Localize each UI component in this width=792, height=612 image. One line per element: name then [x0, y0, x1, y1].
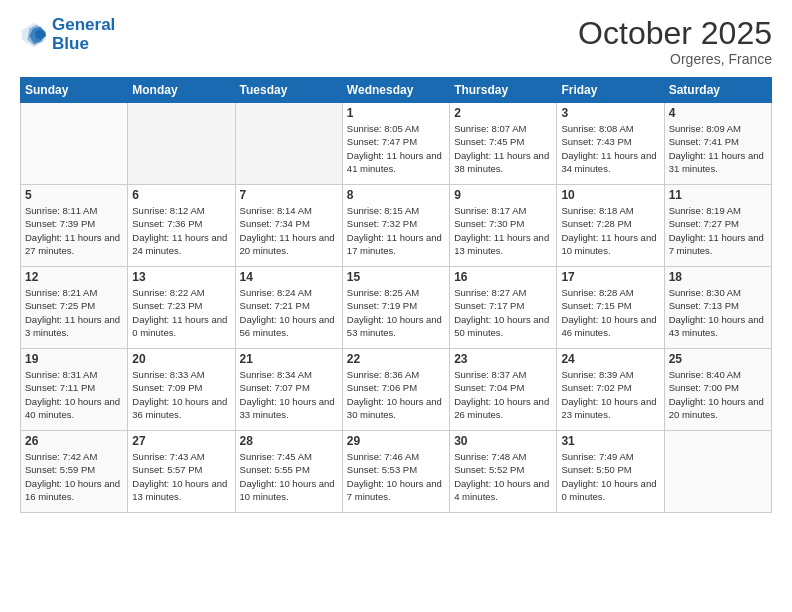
month-title: October 2025	[578, 16, 772, 51]
header: General Blue October 2025 Orgeres, Franc…	[20, 16, 772, 67]
day-number: 9	[454, 188, 552, 202]
day-number: 19	[25, 352, 123, 366]
day-info: Sunrise: 8:07 AM Sunset: 7:45 PM Dayligh…	[454, 122, 552, 175]
title-block: October 2025 Orgeres, France	[578, 16, 772, 67]
day-number: 8	[347, 188, 445, 202]
calendar-cell: 2Sunrise: 8:07 AM Sunset: 7:45 PM Daylig…	[450, 103, 557, 185]
day-number: 12	[25, 270, 123, 284]
day-info: Sunrise: 8:18 AM Sunset: 7:28 PM Dayligh…	[561, 204, 659, 257]
weekday-header-thursday: Thursday	[450, 78, 557, 103]
day-number: 29	[347, 434, 445, 448]
week-row-2: 5Sunrise: 8:11 AM Sunset: 7:39 PM Daylig…	[21, 185, 772, 267]
calendar-cell: 13Sunrise: 8:22 AM Sunset: 7:23 PM Dayli…	[128, 267, 235, 349]
day-number: 5	[25, 188, 123, 202]
day-info: Sunrise: 8:30 AM Sunset: 7:13 PM Dayligh…	[669, 286, 767, 339]
day-info: Sunrise: 8:39 AM Sunset: 7:02 PM Dayligh…	[561, 368, 659, 421]
day-number: 1	[347, 106, 445, 120]
day-info: Sunrise: 8:11 AM Sunset: 7:39 PM Dayligh…	[25, 204, 123, 257]
logo-text: General Blue	[52, 16, 115, 53]
week-row-4: 19Sunrise: 8:31 AM Sunset: 7:11 PM Dayli…	[21, 349, 772, 431]
logo-icon	[20, 21, 48, 49]
day-info: Sunrise: 8:25 AM Sunset: 7:19 PM Dayligh…	[347, 286, 445, 339]
calendar-cell: 21Sunrise: 8:34 AM Sunset: 7:07 PM Dayli…	[235, 349, 342, 431]
day-info: Sunrise: 8:34 AM Sunset: 7:07 PM Dayligh…	[240, 368, 338, 421]
day-number: 4	[669, 106, 767, 120]
day-number: 24	[561, 352, 659, 366]
calendar-cell: 25Sunrise: 8:40 AM Sunset: 7:00 PM Dayli…	[664, 349, 771, 431]
calendar-cell: 30Sunrise: 7:48 AM Sunset: 5:52 PM Dayli…	[450, 431, 557, 513]
day-number: 2	[454, 106, 552, 120]
day-info: Sunrise: 8:19 AM Sunset: 7:27 PM Dayligh…	[669, 204, 767, 257]
calendar-cell: 24Sunrise: 8:39 AM Sunset: 7:02 PM Dayli…	[557, 349, 664, 431]
calendar-cell	[128, 103, 235, 185]
weekday-header-saturday: Saturday	[664, 78, 771, 103]
day-info: Sunrise: 7:42 AM Sunset: 5:59 PM Dayligh…	[25, 450, 123, 503]
day-number: 7	[240, 188, 338, 202]
day-number: 10	[561, 188, 659, 202]
day-number: 25	[669, 352, 767, 366]
calendar-cell: 8Sunrise: 8:15 AM Sunset: 7:32 PM Daylig…	[342, 185, 449, 267]
day-number: 16	[454, 270, 552, 284]
calendar-cell: 12Sunrise: 8:21 AM Sunset: 7:25 PM Dayli…	[21, 267, 128, 349]
calendar-cell: 14Sunrise: 8:24 AM Sunset: 7:21 PM Dayli…	[235, 267, 342, 349]
calendar-cell: 31Sunrise: 7:49 AM Sunset: 5:50 PM Dayli…	[557, 431, 664, 513]
page: General Blue October 2025 Orgeres, Franc…	[0, 0, 792, 612]
day-number: 15	[347, 270, 445, 284]
calendar-cell: 18Sunrise: 8:30 AM Sunset: 7:13 PM Dayli…	[664, 267, 771, 349]
day-number: 18	[669, 270, 767, 284]
day-info: Sunrise: 8:31 AM Sunset: 7:11 PM Dayligh…	[25, 368, 123, 421]
calendar-cell: 29Sunrise: 7:46 AM Sunset: 5:53 PM Dayli…	[342, 431, 449, 513]
day-info: Sunrise: 8:05 AM Sunset: 7:47 PM Dayligh…	[347, 122, 445, 175]
day-number: 27	[132, 434, 230, 448]
calendar-cell: 3Sunrise: 8:08 AM Sunset: 7:43 PM Daylig…	[557, 103, 664, 185]
week-row-1: 1Sunrise: 8:05 AM Sunset: 7:47 PM Daylig…	[21, 103, 772, 185]
location: Orgeres, France	[578, 51, 772, 67]
calendar-cell	[21, 103, 128, 185]
day-info: Sunrise: 8:33 AM Sunset: 7:09 PM Dayligh…	[132, 368, 230, 421]
day-info: Sunrise: 8:36 AM Sunset: 7:06 PM Dayligh…	[347, 368, 445, 421]
calendar-cell: 1Sunrise: 8:05 AM Sunset: 7:47 PM Daylig…	[342, 103, 449, 185]
day-info: Sunrise: 7:45 AM Sunset: 5:55 PM Dayligh…	[240, 450, 338, 503]
weekday-header-monday: Monday	[128, 78, 235, 103]
day-number: 17	[561, 270, 659, 284]
day-info: Sunrise: 8:22 AM Sunset: 7:23 PM Dayligh…	[132, 286, 230, 339]
calendar-cell: 20Sunrise: 8:33 AM Sunset: 7:09 PM Dayli…	[128, 349, 235, 431]
calendar-cell: 22Sunrise: 8:36 AM Sunset: 7:06 PM Dayli…	[342, 349, 449, 431]
day-number: 3	[561, 106, 659, 120]
calendar-cell: 6Sunrise: 8:12 AM Sunset: 7:36 PM Daylig…	[128, 185, 235, 267]
day-number: 21	[240, 352, 338, 366]
weekday-header-sunday: Sunday	[21, 78, 128, 103]
day-info: Sunrise: 8:12 AM Sunset: 7:36 PM Dayligh…	[132, 204, 230, 257]
calendar-cell: 10Sunrise: 8:18 AM Sunset: 7:28 PM Dayli…	[557, 185, 664, 267]
calendar-cell: 23Sunrise: 8:37 AM Sunset: 7:04 PM Dayli…	[450, 349, 557, 431]
day-info: Sunrise: 7:46 AM Sunset: 5:53 PM Dayligh…	[347, 450, 445, 503]
calendar-cell: 26Sunrise: 7:42 AM Sunset: 5:59 PM Dayli…	[21, 431, 128, 513]
week-row-3: 12Sunrise: 8:21 AM Sunset: 7:25 PM Dayli…	[21, 267, 772, 349]
day-number: 31	[561, 434, 659, 448]
calendar-cell: 19Sunrise: 8:31 AM Sunset: 7:11 PM Dayli…	[21, 349, 128, 431]
calendar-cell: 17Sunrise: 8:28 AM Sunset: 7:15 PM Dayli…	[557, 267, 664, 349]
day-number: 11	[669, 188, 767, 202]
day-number: 28	[240, 434, 338, 448]
day-info: Sunrise: 8:37 AM Sunset: 7:04 PM Dayligh…	[454, 368, 552, 421]
week-row-5: 26Sunrise: 7:42 AM Sunset: 5:59 PM Dayli…	[21, 431, 772, 513]
weekday-header-wednesday: Wednesday	[342, 78, 449, 103]
day-info: Sunrise: 8:27 AM Sunset: 7:17 PM Dayligh…	[454, 286, 552, 339]
calendar-cell: 28Sunrise: 7:45 AM Sunset: 5:55 PM Dayli…	[235, 431, 342, 513]
day-number: 14	[240, 270, 338, 284]
day-info: Sunrise: 8:09 AM Sunset: 7:41 PM Dayligh…	[669, 122, 767, 175]
day-number: 20	[132, 352, 230, 366]
day-info: Sunrise: 7:48 AM Sunset: 5:52 PM Dayligh…	[454, 450, 552, 503]
calendar-cell: 7Sunrise: 8:14 AM Sunset: 7:34 PM Daylig…	[235, 185, 342, 267]
day-info: Sunrise: 8:14 AM Sunset: 7:34 PM Dayligh…	[240, 204, 338, 257]
calendar-cell	[235, 103, 342, 185]
calendar-cell: 27Sunrise: 7:43 AM Sunset: 5:57 PM Dayli…	[128, 431, 235, 513]
day-info: Sunrise: 8:21 AM Sunset: 7:25 PM Dayligh…	[25, 286, 123, 339]
day-number: 6	[132, 188, 230, 202]
day-number: 26	[25, 434, 123, 448]
day-number: 30	[454, 434, 552, 448]
calendar-cell: 16Sunrise: 8:27 AM Sunset: 7:17 PM Dayli…	[450, 267, 557, 349]
logo: General Blue	[20, 16, 115, 53]
calendar-cell: 4Sunrise: 8:09 AM Sunset: 7:41 PM Daylig…	[664, 103, 771, 185]
day-info: Sunrise: 8:40 AM Sunset: 7:00 PM Dayligh…	[669, 368, 767, 421]
